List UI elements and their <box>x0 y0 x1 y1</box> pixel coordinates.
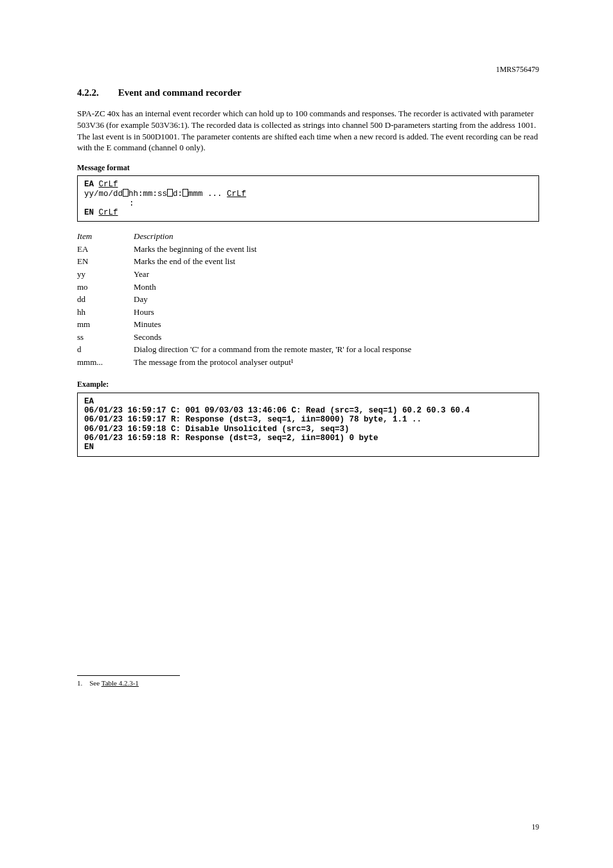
table-row: hhHours <box>77 306 539 318</box>
space-box-icon <box>123 189 129 197</box>
table-cell-item: mm <box>77 319 134 330</box>
table-cell-desc: Seconds <box>134 332 539 343</box>
table-cell-item: hh <box>77 306 134 318</box>
section-title: 4.2.2. Event and command recorder <box>77 86 539 99</box>
table-cell-desc: Hours <box>134 306 539 318</box>
table-cell-item: EN <box>77 256 134 267</box>
code-crlf3: CrLf <box>99 208 118 217</box>
footnote-separator <box>77 675 180 676</box>
table-cell-item: EA <box>77 244 134 255</box>
table-row: dDialog direction 'C' for a command from… <box>77 344 539 355</box>
items-table: Item Description EAMarks the beginning o… <box>77 231 539 368</box>
table-cell-item: ss <box>77 332 134 343</box>
table-row: yyYear <box>77 269 539 280</box>
table-cell-item: yy <box>77 269 134 280</box>
intro-paragraph: SPA-ZC 40x has an internal event recorde… <box>77 108 539 153</box>
example-codebox: EA 06/01/23 16:59:17 C: 001 09/03/03 13:… <box>77 393 539 457</box>
table-header-row: Item Description <box>77 231 539 242</box>
page-footer: 19 <box>77 822 539 833</box>
table-header-desc: Description <box>134 231 539 242</box>
table-cell-item: d <box>77 344 134 355</box>
table-cell-desc: Dialog direction 'C' for a command from … <box>134 344 539 355</box>
code-colon: : <box>129 199 134 208</box>
code-time-fmt: hh:mm:ss <box>129 190 167 199</box>
table-cell-desc: Day <box>134 294 539 305</box>
table-row: ssSeconds <box>77 332 539 343</box>
code-crlf: CrLf <box>99 180 118 189</box>
table-row: EAMarks the beginning of the event list <box>77 244 539 255</box>
table-cell-desc: Year <box>134 269 539 280</box>
footnote-link[interactable]: Table 4.2.3-1 <box>102 679 139 687</box>
table-cell-item: mmm... <box>77 357 134 368</box>
footnote-text: See <box>89 679 101 687</box>
message-format-label: Message format <box>77 163 539 173</box>
space-box-icon <box>182 189 188 197</box>
code-crlf2: CrLf <box>227 190 246 199</box>
example-label: Example: <box>77 379 539 389</box>
code-ea: EA <box>84 180 94 189</box>
table-cell-desc: Month <box>134 281 539 293</box>
table-row: moMonth <box>77 281 539 293</box>
table-row: ENMarks the end of the event list <box>77 256 539 267</box>
footnote: 1. See Table 4.2.3-1 <box>77 678 539 687</box>
page-number: 19 <box>532 822 540 833</box>
table-cell-desc: Marks the end of the event list <box>134 256 539 267</box>
code-date-fmt: yy/mo/dd <box>84 190 123 199</box>
code-d: d: <box>173 190 182 199</box>
table-row: mmMinutes <box>77 319 539 330</box>
table-cell-desc: Minutes <box>134 319 539 330</box>
section-number: 4.2.2. <box>77 87 99 98</box>
section-heading-text: Event and command recorder <box>118 87 242 98</box>
space-box-icon <box>167 189 173 197</box>
table-row: ddDay <box>77 294 539 305</box>
document-id: 1MRS756479 <box>77 64 539 75</box>
code-en: EN <box>84 208 94 217</box>
table-row: mmm...The message from the protocol anal… <box>77 357 539 368</box>
footnote-marker: 1. <box>77 679 82 687</box>
table-cell-desc: Marks the beginning of the event list <box>134 244 539 255</box>
code-mmm: mmm ... <box>188 190 222 199</box>
table-cell-item: dd <box>77 294 134 305</box>
table-header-item: Item <box>77 231 134 242</box>
message-format-codebox: EA CrLf yy/mo/ddhh:mm:ssd:mmm ... CrLf :… <box>77 175 539 222</box>
table-cell-item: mo <box>77 281 134 293</box>
table-cell-desc: The message from the protocol analyser o… <box>134 357 539 368</box>
